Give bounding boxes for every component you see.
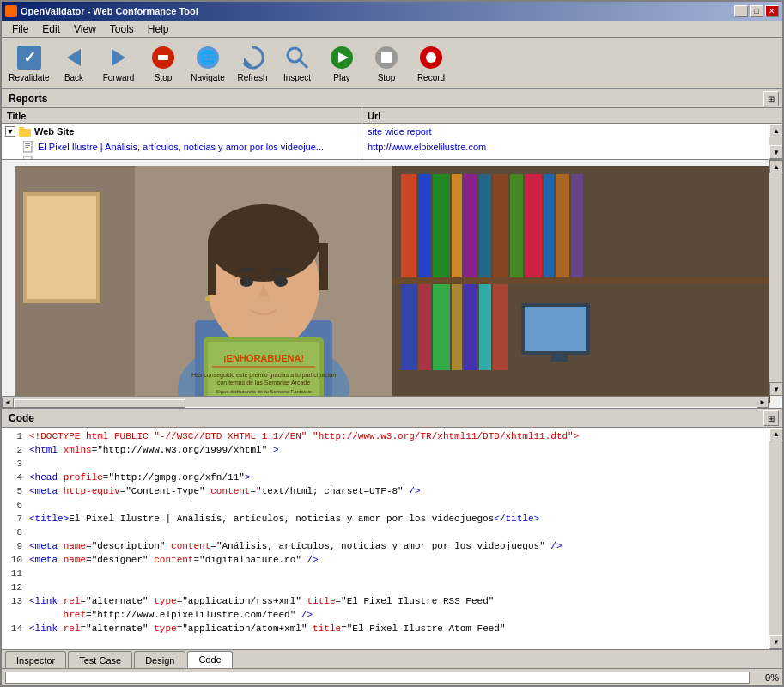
svg-rect-39: [556, 174, 569, 277]
tab-bar: Inspector Test Case Design Code: [2, 649, 782, 668]
maximize-button[interactable]: □: [750, 5, 763, 17]
preview-area: ¡ENHORABUENA! Has conseguido este premio…: [2, 160, 782, 409]
svg-rect-20: [25, 143, 30, 144]
preview-scrollbar-v[interactable]: ▲ ▼: [769, 160, 782, 396]
code-line: 3: [5, 457, 779, 471]
tree-header: Title Url: [2, 108, 782, 124]
code-line: 14 <link rel="alternate" type="applicati…: [5, 622, 779, 635]
list-item[interactable]: El Pixel Ilustre | Análisis, artículos, …: [2, 139, 782, 155]
close-button[interactable]: ✕: [765, 5, 779, 17]
code-line: 13 <link rel="alternate" type="applicati…: [5, 594, 779, 608]
code-expand-button[interactable]: ⊞: [763, 410, 779, 426]
menu-view[interactable]: View: [67, 21, 103, 37]
back-button[interactable]: Back: [53, 40, 94, 85]
h-scroll-track[interactable]: [14, 398, 757, 408]
v-scroll-track[interactable]: [769, 173, 782, 382]
code-scrollbar-v[interactable]: ▲ ▼: [769, 428, 782, 649]
svg-rect-18: [19, 127, 24, 130]
reports-header: Reports ⊞: [2, 89, 782, 108]
svg-text:con temas de las Semanas Arcad: con temas de las Semanas Arcade: [216, 380, 309, 386]
svg-rect-45: [452, 284, 462, 370]
toolbar: ✓ Revalidate Back Forward: [2, 38, 782, 89]
tab-code[interactable]: Code: [187, 651, 232, 668]
code-line: 6: [5, 498, 779, 512]
inspect-button[interactable]: Inspect: [277, 40, 318, 85]
stop-button[interactable]: Stop: [143, 40, 184, 85]
list-item[interactable]: ▼ Web Site site wide report: [2, 124, 782, 139]
refresh-button[interactable]: Refresh: [232, 40, 273, 85]
title-bar: OpenValidator - Web Conformance Tool _ □…: [2, 2, 782, 21]
reports-title: Reports: [9, 93, 47, 105]
back-icon: [60, 44, 88, 71]
minimize-button[interactable]: _: [734, 5, 748, 17]
tab-design[interactable]: Design: [134, 651, 185, 668]
menu-file[interactable]: File: [5, 21, 35, 37]
code-title: Code: [9, 412, 34, 424]
preview-svg: ¡ENHORABUENA! Has conseguido este premio…: [15, 166, 770, 403]
navigate-button[interactable]: 🌐 Navigate: [187, 40, 228, 85]
code-line: 1 <!DOCTYPE html PUBLIC "-//W3C//DTD XHT…: [5, 429, 779, 443]
code-line: 11: [5, 567, 779, 581]
tree-node-label: Web Site: [34, 126, 74, 137]
menu-edit[interactable]: Edit: [35, 21, 67, 37]
app-icon: [5, 5, 17, 17]
svg-text:Sigue disfrutando de tu Semana: Sigue disfrutando de tu Semana Fantastic: [216, 389, 312, 394]
code-v-scroll-track[interactable]: [769, 441, 782, 635]
stop-icon: [149, 44, 177, 71]
svg-rect-50: [27, 196, 96, 299]
expand-icon[interactable]: ▼: [5, 126, 15, 137]
svg-rect-5: [158, 55, 168, 60]
svg-rect-48: [493, 284, 508, 370]
code-line: 2 <html xmlns="http://www.w3.org/1999/xh…: [5, 443, 779, 457]
menu-help[interactable]: Help: [141, 21, 176, 37]
code-line: 7 <title>El Pixel Ilustre | Análisis, ar…: [5, 512, 779, 526]
col-url: Url: [362, 111, 782, 121]
scroll-track[interactable]: [769, 137, 782, 145]
code-area[interactable]: 1 <!DOCTYPE html PUBLIC "-//W3C//DTD XHT…: [2, 428, 782, 649]
status-progress-bar: [5, 672, 750, 684]
svg-rect-22: [25, 147, 28, 148]
svg-text:Has conseguido este premio gra: Has conseguido este premio gracias a tu …: [191, 372, 335, 379]
revalidate-label: Revalidate: [9, 73, 49, 82]
svg-rect-47: [479, 284, 491, 370]
svg-rect-35: [493, 174, 508, 277]
svg-point-59: [240, 277, 253, 287]
tree-panel: Title Url ▼ Web Site site wide report: [2, 108, 782, 160]
navigate-icon: 🌐: [194, 44, 222, 71]
record-icon: [417, 44, 445, 71]
play-button[interactable]: Play: [321, 40, 362, 85]
col-title: Title: [2, 108, 362, 123]
navigate-label: Navigate: [191, 73, 224, 82]
svg-rect-17: [19, 129, 31, 137]
code-line: 9 <meta name="description" content="Anál…: [5, 539, 779, 553]
stop2-button[interactable]: Stop: [366, 40, 407, 85]
v-scroll-up-button[interactable]: ▲: [769, 160, 782, 173]
play-icon: [328, 44, 356, 71]
svg-rect-40: [571, 174, 583, 277]
code-line: 4 <head profile="http://gmpg.org/xfn/11"…: [5, 471, 779, 484]
tab-inspector[interactable]: Inspector: [5, 651, 66, 668]
code-v-scroll-up-button[interactable]: ▲: [769, 428, 782, 441]
v-scroll-down-button[interactable]: ▼: [769, 382, 782, 396]
svg-rect-21: [25, 145, 30, 146]
h-scroll-left-button[interactable]: ◄: [2, 398, 14, 408]
forward-button[interactable]: Forward: [98, 40, 139, 85]
tab-testcase[interactable]: Test Case: [68, 651, 132, 668]
h-scroll-thumb[interactable]: [14, 399, 185, 408]
svg-rect-57: [208, 243, 216, 295]
h-scroll-right-button[interactable]: ►: [757, 398, 769, 408]
svg-rect-43: [418, 284, 431, 370]
svg-rect-36: [510, 174, 523, 277]
folder-icon: [19, 125, 31, 137]
menu-tools[interactable]: Tools: [103, 21, 141, 37]
reports-expand-button[interactable]: ⊞: [763, 91, 779, 106]
scroll-down-button[interactable]: ▼: [769, 145, 782, 159]
svg-rect-44: [433, 284, 450, 370]
preview-scrollbar-h[interactable]: ◄ ►: [2, 396, 769, 408]
svg-text:🌐: 🌐: [199, 49, 216, 65]
record-button[interactable]: Record: [410, 40, 452, 85]
scroll-up-button[interactable]: ▲: [769, 124, 782, 137]
svg-rect-58: [319, 243, 328, 290]
code-v-scroll-down-button[interactable]: ▼: [769, 635, 782, 649]
revalidate-button[interactable]: ✓ Revalidate: [9, 40, 50, 85]
